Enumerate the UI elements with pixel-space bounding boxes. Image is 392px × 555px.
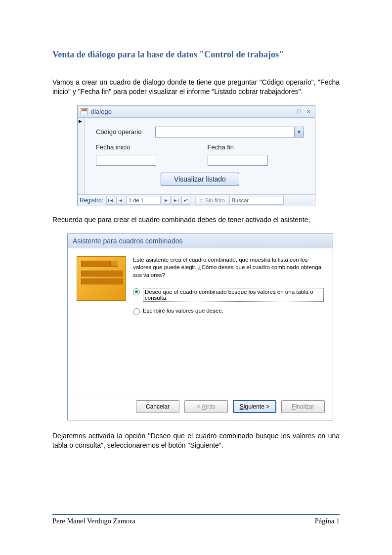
record-search-input[interactable]: Buscar: [229, 196, 284, 205]
input-fecha-fin[interactable]: [208, 155, 268, 166]
form-title-text: dialogo: [91, 108, 112, 115]
radio-lookup-table-label: Deseo que el cuadro combinado busque los…: [143, 288, 324, 302]
label-fecha-inicio: Fecha inicio: [96, 143, 150, 151]
footer-page: Página 1: [315, 517, 340, 525]
form-icon: [81, 108, 88, 115]
record-selector[interactable]: [78, 118, 85, 194]
nav-last-icon[interactable]: ►I: [172, 196, 180, 205]
close-icon[interactable]: [304, 108, 313, 116]
footer-author: Pere Manel Verdugo Zamora: [52, 517, 135, 525]
wizard-intro-text: Este asistente crea el cuadro combinado,…: [133, 256, 324, 279]
form-title-bar: dialogo: [78, 106, 315, 118]
nav-first-icon[interactable]: I◄: [106, 196, 115, 205]
next-button[interactable]: Siguiente >: [233, 400, 276, 413]
label-fecha-fin: Fecha fin: [208, 143, 262, 151]
combo-codigo-operario[interactable]: [155, 127, 304, 138]
radio-type-values-label: Escribiré los valores que desee.: [143, 308, 223, 314]
intro-paragraph: Vamos a crear un cuadro de dialogo donde…: [52, 78, 340, 96]
maximize-icon[interactable]: [294, 108, 303, 116]
finish-button: Finalizar: [281, 400, 325, 413]
nav-next-icon[interactable]: ►: [162, 196, 171, 205]
radio-lookup-table[interactable]: [133, 288, 140, 295]
input-fecha-inicio[interactable]: [96, 155, 156, 166]
cancel-button[interactable]: Cancelar: [136, 400, 179, 413]
outro-paragraph: Dejaremos activada la opción "Deseo que …: [52, 431, 340, 450]
combo-wizard-window: Asistente para cuadros combinados Este a…: [67, 233, 333, 420]
wizard-title: Asistente para cuadros combinados: [68, 234, 333, 248]
nav-prev-icon[interactable]: ◄: [116, 196, 125, 205]
chevron-down-icon[interactable]: [294, 127, 304, 137]
label-codigo-operario: Código operario: [96, 128, 150, 136]
mid-paragraph: Recuerda que para crear el cuadro combin…: [52, 215, 340, 225]
back-button: < Atrás: [184, 400, 228, 413]
record-nav-label: Registro:: [80, 197, 103, 204]
minimize-icon[interactable]: [284, 108, 293, 116]
radio-type-values[interactable]: [133, 308, 140, 315]
filter-indicator[interactable]: Sin filtro: [195, 196, 228, 205]
nav-new-icon[interactable]: ▸*: [181, 196, 190, 205]
access-form-window: dialogo Código operario: [77, 105, 315, 206]
record-navigation-bar: Registro: I◄ ◄ 1 de 1 ► ►I ▸* Sin filtro…: [78, 194, 315, 206]
page-title: Venta de diálogo para la base de datos "…: [52, 49, 340, 60]
page-footer: Pere Manel Verdugo Zamora Página 1: [52, 514, 340, 525]
wizard-illustration: [77, 256, 126, 301]
record-position-input[interactable]: 1 de 1: [126, 196, 161, 205]
visualizar-listado-button[interactable]: Visualizar listado: [161, 173, 239, 185]
